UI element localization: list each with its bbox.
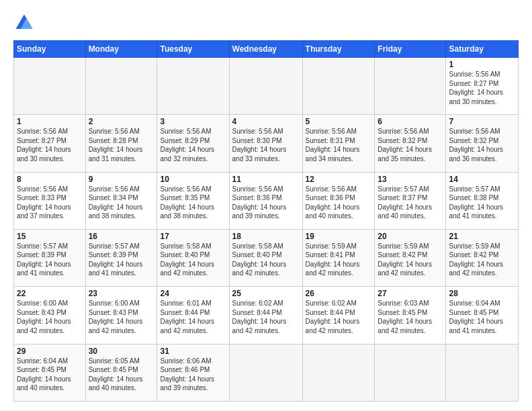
page: SundayMondayTuesdayWednesdayThursdayFrid… bbox=[0, 0, 532, 411]
calendar-header-friday: Friday bbox=[375, 41, 446, 58]
calendar-day-13: 13Sunrise: 5:57 AMSunset: 8:37 PMDayligh… bbox=[375, 172, 446, 229]
logo-icon bbox=[13, 12, 35, 34]
calendar-empty-cell bbox=[229, 344, 302, 401]
calendar-day-1: 1Sunrise: 5:56 AMSunset: 8:27 PMDaylight… bbox=[446, 58, 519, 115]
calendar-day-2: 2Sunrise: 5:56 AMSunset: 8:28 PMDaylight… bbox=[85, 115, 157, 172]
header bbox=[13, 12, 519, 34]
calendar-day-21: 21Sunrise: 5:59 AMSunset: 8:42 PMDayligh… bbox=[446, 229, 519, 286]
calendar-day-17: 17Sunrise: 5:58 AMSunset: 8:40 PMDayligh… bbox=[157, 229, 229, 286]
calendar-day-26: 26Sunrise: 6:02 AMSunset: 8:44 PMDayligh… bbox=[302, 287, 375, 344]
calendar-day-15: 15Sunrise: 5:57 AMSunset: 8:39 PMDayligh… bbox=[14, 229, 86, 286]
calendar-day-11: 11Sunrise: 5:56 AMSunset: 8:36 PMDayligh… bbox=[229, 172, 302, 229]
calendar-day-12: 12Sunrise: 5:56 AMSunset: 8:36 PMDayligh… bbox=[302, 172, 375, 229]
calendar-day-4: 4Sunrise: 5:56 AMSunset: 8:30 PMDaylight… bbox=[229, 115, 302, 172]
calendar-header-tuesday: Tuesday bbox=[157, 41, 229, 58]
calendar-day-20: 20Sunrise: 5:59 AMSunset: 8:42 PMDayligh… bbox=[375, 229, 446, 286]
calendar-day-25: 25Sunrise: 6:02 AMSunset: 8:44 PMDayligh… bbox=[229, 287, 302, 344]
calendar-day-30: 30Sunrise: 6:05 AMSunset: 8:45 PMDayligh… bbox=[85, 344, 157, 401]
calendar-day-5: 5Sunrise: 5:56 AMSunset: 8:31 PMDaylight… bbox=[302, 115, 375, 172]
calendar-day-31: 31Sunrise: 6:06 AMSunset: 8:46 PMDayligh… bbox=[157, 344, 229, 401]
calendar-week-5: 29Sunrise: 6:04 AMSunset: 8:45 PMDayligh… bbox=[14, 344, 519, 401]
calendar-header-sunday: Sunday bbox=[14, 41, 86, 58]
calendar-empty-cell bbox=[446, 344, 519, 401]
calendar-week-0: 1Sunrise: 5:56 AMSunset: 8:27 PMDaylight… bbox=[14, 58, 519, 115]
calendar-empty-cell bbox=[14, 58, 86, 115]
calendar-day-22: 22Sunrise: 6:00 AMSunset: 8:43 PMDayligh… bbox=[14, 287, 86, 344]
calendar-header-row: SundayMondayTuesdayWednesdayThursdayFrid… bbox=[14, 41, 519, 58]
logo bbox=[13, 12, 38, 34]
calendar-day-8: 8Sunrise: 5:56 AMSunset: 8:33 PMDaylight… bbox=[14, 172, 86, 229]
calendar-week-1: 1Sunrise: 5:56 AMSunset: 8:27 PMDaylight… bbox=[14, 115, 519, 172]
calendar-day-7: 7Sunrise: 5:56 AMSunset: 8:32 PMDaylight… bbox=[446, 115, 519, 172]
calendar-day-23: 23Sunrise: 6:00 AMSunset: 8:43 PMDayligh… bbox=[85, 287, 157, 344]
calendar-day-29: 29Sunrise: 6:04 AMSunset: 8:45 PMDayligh… bbox=[14, 344, 86, 401]
calendar-header-monday: Monday bbox=[85, 41, 157, 58]
calendar-day-24: 24Sunrise: 6:01 AMSunset: 8:44 PMDayligh… bbox=[157, 287, 229, 344]
calendar-empty-cell bbox=[375, 344, 446, 401]
calendar-day-6: 6Sunrise: 5:56 AMSunset: 8:32 PMDaylight… bbox=[375, 115, 446, 172]
calendar-day-14: 14Sunrise: 5:57 AMSunset: 8:38 PMDayligh… bbox=[446, 172, 519, 229]
calendar-day-16: 16Sunrise: 5:57 AMSunset: 8:39 PMDayligh… bbox=[85, 229, 157, 286]
calendar-empty-cell bbox=[229, 58, 302, 115]
calendar-empty-cell bbox=[157, 58, 229, 115]
calendar-header-thursday: Thursday bbox=[302, 41, 375, 58]
calendar-day-18: 18Sunrise: 5:58 AMSunset: 8:40 PMDayligh… bbox=[229, 229, 302, 286]
calendar-header-saturday: Saturday bbox=[446, 41, 519, 58]
calendar-empty-cell bbox=[302, 344, 375, 401]
calendar-day-9: 9Sunrise: 5:56 AMSunset: 8:34 PMDaylight… bbox=[85, 172, 157, 229]
calendar-empty-cell bbox=[375, 58, 446, 115]
calendar-header-wednesday: Wednesday bbox=[229, 41, 302, 58]
calendar-week-3: 15Sunrise: 5:57 AMSunset: 8:39 PMDayligh… bbox=[14, 229, 519, 286]
calendar-day-1: 1Sunrise: 5:56 AMSunset: 8:27 PMDaylight… bbox=[14, 115, 86, 172]
calendar-week-4: 22Sunrise: 6:00 AMSunset: 8:43 PMDayligh… bbox=[14, 287, 519, 344]
calendar-table: SundayMondayTuesdayWednesdayThursdayFrid… bbox=[13, 40, 519, 402]
calendar-day-3: 3Sunrise: 5:56 AMSunset: 8:29 PMDaylight… bbox=[157, 115, 229, 172]
calendar-empty-cell bbox=[302, 58, 375, 115]
calendar-empty-cell bbox=[85, 58, 157, 115]
calendar-day-10: 10Sunrise: 5:56 AMSunset: 8:35 PMDayligh… bbox=[157, 172, 229, 229]
calendar-day-19: 19Sunrise: 5:59 AMSunset: 8:41 PMDayligh… bbox=[302, 229, 375, 286]
calendar-day-28: 28Sunrise: 6:04 AMSunset: 8:45 PMDayligh… bbox=[446, 287, 519, 344]
calendar-week-2: 8Sunrise: 5:56 AMSunset: 8:33 PMDaylight… bbox=[14, 172, 519, 229]
calendar-day-27: 27Sunrise: 6:03 AMSunset: 8:45 PMDayligh… bbox=[375, 287, 446, 344]
